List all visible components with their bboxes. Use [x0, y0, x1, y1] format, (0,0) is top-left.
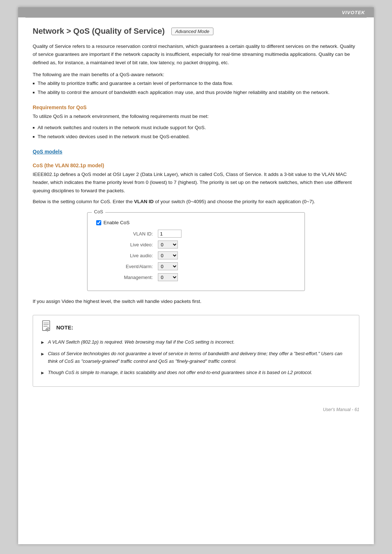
management-row: Management: 0123 4567	[96, 273, 296, 281]
event-alarm-select[interactable]: 0123 4567	[158, 262, 178, 270]
vlan-id-label: VLAN ID:	[107, 231, 158, 237]
live-audio-select[interactable]: 0123 4567	[158, 251, 178, 259]
note-arrow-3: ►	[40, 369, 45, 377]
page-title-row: Network > QoS (Quality of Service) Advan…	[33, 26, 359, 36]
note-header: NOTE:	[40, 320, 352, 334]
management-label: Management:	[107, 275, 158, 280]
requirements-heading: Requirements for QoS	[33, 104, 359, 110]
page-footer: User's Manual - 61	[18, 401, 374, 416]
requirements-list: All network switches and routers in the …	[33, 124, 359, 141]
page-title: Network > QoS (Quality of Service)	[33, 26, 165, 36]
note-title: NOTE:	[56, 324, 73, 331]
cos-heading: CoS (the VLAN 802.1p model)	[33, 163, 359, 168]
live-video-select[interactable]: 0123 4567	[158, 241, 178, 249]
cos-note-text: If you assign Video the highest level, t…	[33, 297, 359, 305]
list-item: The ability to prioritize traffic and gu…	[33, 79, 359, 87]
note-item-3: ► Though CoS is simple to manage, it lac…	[40, 369, 352, 377]
benefits-list: The ability to prioritize traffic and gu…	[33, 79, 359, 97]
brand-name: VIVOTEK	[342, 10, 365, 15]
management-select[interactable]: 0123 4567	[158, 273, 178, 281]
cos-description: IEEE802.1p defines a QoS model at OSI La…	[33, 171, 359, 195]
note-arrow-2: ►	[40, 350, 45, 358]
list-item: The network video devices used in the ne…	[33, 133, 359, 141]
vlan-id-row: VLAN ID:	[96, 230, 296, 238]
note-icon	[40, 320, 53, 334]
enable-cos-label: Enable CoS	[103, 220, 130, 225]
live-audio-label: Live audio:	[107, 253, 158, 258]
advanced-mode-badge: Advanced Mode	[171, 28, 213, 35]
enable-cos-checkbox[interactable]	[96, 220, 101, 225]
main-content: Network > QoS (Quality of Service) Advan…	[18, 18, 374, 401]
live-audio-row: Live audio: 0123 4567	[96, 251, 296, 259]
note-arrow-1: ►	[40, 339, 45, 346]
live-video-row: Live video: 0123 4567	[96, 241, 296, 249]
requirements-intro: To utilize QoS in a network environment,…	[33, 112, 359, 120]
qos-models-heading[interactable]: QoS models	[33, 149, 359, 155]
benefits-intro: The following are the main benefits of a…	[33, 72, 359, 77]
list-item: The ability to control the amount of ban…	[33, 89, 359, 97]
cos-enable-row: Enable CoS	[96, 220, 296, 225]
note-box: NOTE: ► A VLAN Switch (802.1p) is requir…	[33, 315, 359, 386]
note-item-1: ► A VLAN Switch (802.1p) is required. We…	[40, 338, 352, 346]
live-video-label: Live video:	[107, 242, 158, 247]
vlan-id-input[interactable]	[158, 230, 181, 238]
event-alarm-row: Event/Alarm: 0123 4567	[96, 262, 296, 270]
list-item: All network switches and routers in the …	[33, 124, 359, 132]
note-item-2: ► Class of Service technologies do not g…	[40, 350, 352, 365]
cos-setting-intro: Below is the setting column for CoS. Ent…	[33, 198, 359, 206]
event-alarm-label: Event/Alarm:	[107, 264, 158, 269]
top-bar: VIVOTEK	[18, 7, 374, 17]
cos-box-title: CoS	[92, 209, 105, 214]
page-container: VIVOTEK Network > QoS (Quality of Servic…	[18, 7, 374, 544]
description-paragraph: Quality of Service refers to a resource …	[33, 42, 359, 67]
cos-settings-box: CoS Enable CoS VLAN ID: Live video: 0123…	[87, 212, 305, 291]
